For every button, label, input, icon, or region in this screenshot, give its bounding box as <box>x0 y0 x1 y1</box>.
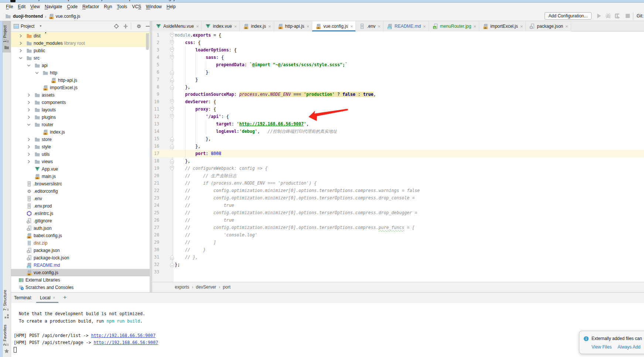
tree-item-App.vue[interactable]: App.vue <box>11 165 150 173</box>
favorites-stripe-button[interactable]: 2: Favorites <box>3 322 11 348</box>
fold-end-icon[interactable] <box>170 255 174 260</box>
tree-item-layouts[interactable]: layouts <box>11 106 150 114</box>
tree-item-http-api.js[interactable]: JShttp-api.js <box>11 77 150 84</box>
close-icon[interactable]: × <box>350 24 353 29</box>
new-terminal-session-icon[interactable]: + <box>63 294 67 301</box>
tab-vue.config.js[interactable]: JSvue.config.js× <box>312 21 356 31</box>
project-panel-title[interactable]: Project <box>21 24 34 29</box>
tab-package.json[interactable]: {}package.json× <box>526 21 571 31</box>
chevron-collapsed-icon[interactable] <box>26 92 32 98</box>
chevron-down-icon[interactable]: ▼ <box>39 24 42 28</box>
tree-item-dist.zip[interactable]: dist.zip <box>11 239 150 247</box>
fold-start-icon[interactable] <box>170 100 174 104</box>
tree-item-store[interactable]: store <box>11 136 150 143</box>
tree-item-views[interactable]: views <box>11 158 150 165</box>
menu-edit[interactable]: Edit <box>16 3 28 11</box>
chevron-collapsed-icon[interactable] <box>26 137 32 142</box>
tree-item-babel.config.js[interactable]: JSbabel.config.js <box>11 232 150 239</box>
tree-item-README.md[interactable]: MDREADME.md <box>11 262 150 269</box>
menu-vcs[interactable]: VCS <box>130 3 144 11</box>
menu-file[interactable]: File <box>4 3 16 11</box>
fold-end-icon[interactable] <box>170 137 174 141</box>
breadcrumb-project[interactable]: duoji-frontend <box>13 14 43 19</box>
tree-item-plugins[interactable]: plugins <box>11 114 150 121</box>
tab-.env[interactable]: .env× <box>356 21 383 31</box>
tree-item-http[interactable]: http <box>11 69 150 77</box>
chevron-collapsed-icon[interactable] <box>26 151 32 157</box>
tab-importExcel.js[interactable]: JSimportExcel.js× <box>479 21 526 31</box>
breadcrumb-devServer[interactable]: devServer <box>196 284 216 290</box>
menu-help[interactable]: Help <box>164 3 178 11</box>
tree-item-package-lock.json[interactable]: {}package-lock.json <box>11 254 150 262</box>
tree-item-dist[interactable]: dist <box>11 32 150 40</box>
fold-end-icon[interactable] <box>170 262 174 267</box>
fold-start-icon[interactable] <box>170 40 174 45</box>
tree-item-importExcel.js[interactable]: JSimportExcel.js <box>11 84 150 91</box>
chevron-collapsed-icon[interactable] <box>18 33 24 39</box>
close-icon[interactable]: × <box>423 24 426 29</box>
gear-icon[interactable] <box>136 23 142 29</box>
chevron-collapsed-icon[interactable] <box>26 100 32 105</box>
tree-item-Scratches-and-Consoles[interactable]: Scratches and Consoles <box>11 284 150 291</box>
tree-item-External-Libraries[interactable]: External Libraries <box>11 276 150 284</box>
terminal-link[interactable]: http://192.168.66.56:9007 <box>91 333 156 338</box>
chevron-collapsed-icon[interactable] <box>26 144 32 150</box>
tree-item-utils[interactable]: utils <box>11 151 150 158</box>
project-stripe-label[interactable]: 1: Project <box>3 23 11 45</box>
chevron-expanded-icon[interactable] <box>26 63 32 68</box>
debug-icon[interactable] <box>605 13 611 19</box>
tree-item-router[interactable]: router <box>11 121 150 128</box>
terminal-link[interactable]: http://192.168.66.56:9007 <box>93 340 158 345</box>
breadcrumb-port[interactable]: port <box>223 284 231 290</box>
chevron-expanded-icon[interactable] <box>26 122 32 128</box>
tree-item-main.js[interactable]: JSmain.js <box>11 173 150 180</box>
fold-end-icon[interactable] <box>170 77 174 82</box>
close-icon[interactable]: × <box>378 24 381 29</box>
chevron-collapsed-icon[interactable] <box>26 159 32 165</box>
tab-menuRouter.jpg[interactable]: menuRouter.jpg× <box>429 21 479 31</box>
add-configuration-button[interactable]: Add Configuration... <box>545 12 592 20</box>
close-icon[interactable]: × <box>520 24 523 29</box>
close-icon[interactable]: × <box>565 24 568 29</box>
code-editor[interactable]: 1module.exports = {2 css: {3 loaderOptio… <box>152 31 644 282</box>
breadcrumb-file[interactable]: vue.config.js <box>56 14 81 19</box>
structure-tool-icon[interactable] <box>4 313 10 319</box>
tree-item-package.json[interactable]: {}package.json <box>11 247 150 254</box>
close-icon[interactable]: × <box>268 24 271 29</box>
notification-action-view-files[interactable]: View Files <box>592 344 611 350</box>
menu-run[interactable]: Run <box>102 3 115 11</box>
fold-start-icon[interactable] <box>170 107 174 112</box>
tree-scrollbar-thumb[interactable] <box>146 33 149 50</box>
close-icon[interactable]: × <box>473 24 476 29</box>
fold-end-icon[interactable] <box>170 85 174 90</box>
run-icon[interactable] <box>596 13 602 19</box>
tree-item-components[interactable]: components <box>11 99 150 106</box>
collapse-all-icon[interactable] <box>123 23 129 29</box>
terminal-output[interactable]: Note that the development build is not o… <box>11 303 644 357</box>
tree-item-.gitignore[interactable]: .gitignore <box>11 217 150 225</box>
git-branch-widget[interactable]: Git: <box>637 13 644 18</box>
tree-item-index.js[interactable]: JSindex.js <box>11 128 150 136</box>
tree-item-.browserslistrc[interactable]: .browserslistrc <box>11 180 150 188</box>
tree-item-src[interactable]: src <box>11 54 150 62</box>
stop-icon[interactable] <box>624 13 631 19</box>
menu-window[interactable]: Window <box>144 3 164 11</box>
tree-root-partial-row[interactable]: duoji-frontend <box>11 32 150 33</box>
tab-index.js[interactable]: JSindex.js× <box>240 21 274 31</box>
menu-tools[interactable]: Tools <box>115 3 130 11</box>
close-icon[interactable]: × <box>196 24 199 29</box>
chevron-expanded-icon[interactable] <box>18 55 24 61</box>
fold-start-icon[interactable] <box>170 55 174 60</box>
project-tool-icon[interactable] <box>4 44 10 50</box>
panel-splitter[interactable] <box>150 21 152 292</box>
tree-item-vue.config.js[interactable]: JSvue.config.js <box>11 269 150 276</box>
favorites-tool-icon[interactable] <box>4 348 10 354</box>
tree-item-public[interactable]: public <box>11 47 150 54</box>
tree-item-.eslintrc.js[interactable]: .eslintrc.js <box>11 210 150 217</box>
tab-README.md[interactable]: MDREADME.md× <box>384 21 429 31</box>
close-icon[interactable]: × <box>53 295 55 300</box>
fold-end-icon[interactable] <box>170 70 174 75</box>
tree-item-api[interactable]: api <box>11 62 150 69</box>
coverage-icon[interactable] <box>614 13 621 19</box>
close-icon[interactable]: × <box>307 24 310 29</box>
